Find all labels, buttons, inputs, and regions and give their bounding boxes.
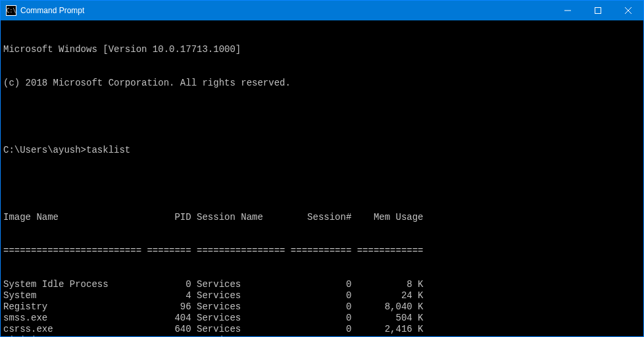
window-title: Command Prompt: [20, 6, 553, 15]
titlebar[interactable]: C:\ Command Prompt: [1, 1, 643, 20]
copyright-line: (c) 2018 Microsoft Corporation. All righ…: [3, 78, 641, 89]
minimize-button[interactable]: [553, 1, 583, 20]
version-line: Microsoft Windows [Version 10.0.17713.10…: [3, 44, 641, 55]
table-row: System 4 Services 0 24 K: [3, 290, 641, 301]
table-header: Image Name PID Session Name Session# Mem…: [3, 212, 641, 223]
terminal-output[interactable]: Microsoft Windows [Version 10.0.17713.10…: [1, 20, 643, 336]
blank-line: [3, 111, 641, 122]
prompt-line: C:\Users\ayush>tasklist: [3, 145, 641, 156]
app-icon: C:\: [6, 5, 16, 16]
table-row: wininit.exe 736 Services 0 2,280 K: [3, 335, 641, 336]
table-row: csrss.exe 640 Services 0 2,416 K: [3, 324, 641, 335]
command-text: tasklist: [86, 145, 130, 155]
blank-line: [3, 178, 641, 190]
maximize-button[interactable]: [583, 1, 613, 20]
table-divider: ========================= ======== =====…: [3, 246, 641, 257]
window-controls: [553, 1, 643, 20]
svg-rect-0: [595, 8, 601, 14]
close-button[interactable]: [613, 1, 643, 20]
prompt-path: C:\Users\ayush>: [3, 145, 86, 155]
close-icon: [625, 7, 632, 14]
command-prompt-window: C:\ Command Prompt Microsoft Windows [Ve…: [0, 0, 644, 337]
process-list: System Idle Process 0 Services 0 8 KSyst…: [3, 279, 641, 336]
minimize-icon: [564, 7, 571, 14]
maximize-icon: [595, 7, 601, 14]
table-row: System Idle Process 0 Services 0 8 K: [3, 279, 641, 290]
table-row: smss.exe 404 Services 0 504 K: [3, 313, 641, 324]
table-row: Registry 96 Services 0 8,040 K: [3, 301, 641, 313]
